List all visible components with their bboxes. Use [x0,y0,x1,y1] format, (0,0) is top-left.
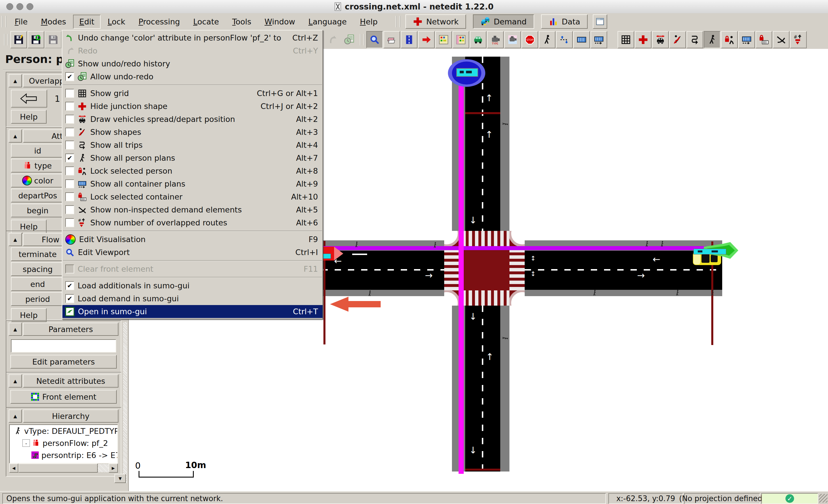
junction-center[interactable] [459,246,509,290]
show-all-person-plans-checkbox[interactable]: ✔ [65,154,74,162]
file-save-additionals-button[interactable] [28,31,44,48]
menu-item-load-demand[interactable]: ✔Load demand in sumo-gui [63,292,323,305]
menu-item-open-in-sumo[interactable]: Open in sumo-guiCtrl+T [63,305,323,318]
mode-delete-mode-button[interactable] [383,31,400,48]
menubar-item-tools[interactable]: Tools [226,15,258,29]
show-grid-checkbox[interactable] [65,89,74,98]
open-in-sumo-shortcut: Ctrl+T [293,307,318,316]
view-show-grid-button[interactable] [618,31,634,48]
menu-item-show-non-inspected[interactable]: Show non-inspected demand elementsAlt+5 [63,203,323,216]
menu-item-edit-visualisation[interactable]: Edit VisualisationF9 [63,233,323,246]
allow-undo-redo-checkbox[interactable]: ✔ [65,72,74,81]
menu-item-load-additionals[interactable]: ✔Load additionals in sumo-gui [63,279,323,292]
view-lock-selected-container-button[interactable] [755,31,772,48]
view-lock-selected-person-button[interactable] [721,31,738,48]
mode-container-plan-mode-button[interactable] [590,31,607,48]
view-draw-vehicles-spread-button[interactable] [652,31,669,48]
toolbar-grip[interactable] [4,34,9,45]
crosswalk-east[interactable] [509,246,525,290]
show-non-inspected-checkbox[interactable] [65,205,74,214]
supermode-demand-button[interactable]: Demand [473,14,534,29]
supermode-grip[interactable] [396,16,400,27]
view-show-all-container-plans-button[interactable] [738,31,755,48]
mode-container-mode-button[interactable] [573,31,590,48]
menu-item-show-all-person-plans[interactable]: ✔Show all person plansAlt+7 [63,152,323,164]
hide-junction-shape-checkbox[interactable] [65,102,74,111]
mode-type-distribution-mode-button[interactable] [504,31,521,48]
show-overlapped-routes-checkbox[interactable] [65,218,74,227]
menu-item-show-all-container-plans[interactable]: Show all container plansAlt+9 [63,177,323,190]
menu-item-undo-redo-history[interactable]: Show undo/redo history [63,57,323,70]
mode-person-plan-mode-button[interactable] [556,31,573,48]
menu-item-allow-undo-redo[interactable]: ✔Allow undo-redo [63,70,323,83]
mode-vehicle-mode-button[interactable] [470,31,487,48]
load-demand-checkbox[interactable]: ✔ [65,294,74,303]
walkingarea-northeast[interactable] [509,231,525,246]
crosswalk-west[interactable] [444,246,459,290]
view-hide-junction-shape-button[interactable] [635,31,652,48]
menu-item-lock-selected-container[interactable]: Lock selected containerAlt+10 [63,190,323,203]
menubar-item-language[interactable]: Language [302,15,353,29]
show-shapes-checkbox[interactable] [65,128,74,136]
lock-selected-person-checkbox[interactable] [65,166,74,175]
menubar-item-help[interactable]: Help [354,15,384,29]
menubar-item-edit[interactable]: Edit [73,15,100,29]
mode-select-mode-button[interactable] [401,31,417,48]
menu-item-clear-front-element[interactable]: Clear front elementF11 [63,262,323,276]
menubar-item-processing[interactable]: Processing [132,15,186,29]
menu-item-hide-junction-shape[interactable]: Hide junction shapeCtrl+J or Alt+2 [63,100,323,113]
menubar-item-window[interactable]: Window [258,15,301,29]
menu-item-draw-vehicles-spread[interactable]: Draw vehicles spread/depart positionAlt+… [63,113,323,126]
view-show-overlapped-routes-button[interactable]: # [790,31,807,48]
menubar-grip[interactable] [2,16,6,27]
mode-type-mode-button[interactable]: TYPE [487,31,504,48]
new-window-button[interactable] [593,14,607,29]
modes-grip[interactable] [360,34,365,45]
show-all-trips-checkbox[interactable] [65,140,74,150]
view-show-all-person-plans-button[interactable] [704,31,720,48]
mode-inspect-mode-button[interactable] [366,31,383,48]
east-road-bottom-sidewalk[interactable] [525,290,722,296]
draw-vehicles-spread-checkbox[interactable] [65,115,74,124]
crosswalk-south[interactable] [459,290,509,306]
view-show-shapes-button[interactable] [669,31,686,48]
menubar-item-file[interactable]: File [8,15,34,29]
person-plan-line-vertical[interactable] [459,69,464,474]
north-road-right-sidewalk[interactable] [500,57,509,231]
lock-selected-container-checkbox[interactable] [65,192,74,201]
mode-move-mode-button[interactable] [418,31,435,48]
menu-item-show-shapes[interactable]: Show shapesAlt+3 [63,126,323,138]
supermode-network-button[interactable]: Network [405,14,466,29]
mode-person-mode-button[interactable] [539,31,555,48]
mode-route-mode-button[interactable] [435,31,452,48]
menu-item-show-overlapped-routes[interactable]: #Show number of overlapped routesAlt+6 [63,216,323,229]
crosswalk-north[interactable] [459,231,509,246]
resize-grip[interactable] [819,494,827,503]
file-save-network-button[interactable] [10,31,27,48]
south-road-right-sidewalk[interactable] [500,306,509,471]
menubar-item-modes[interactable]: Modes [35,15,73,29]
show-all-container-plans-checkbox[interactable] [65,179,74,188]
view-show-non-inspected-button[interactable] [773,31,789,48]
mode-stop-mode-button[interactable]: STOP [522,31,538,48]
menu-item-lock-selected-person[interactable]: Lock selected personAlt+8 [63,164,323,177]
supermode-data-button[interactable]: Data [541,14,588,29]
walkingarea-southeast[interactable] [509,290,525,306]
walkingarea-northwest[interactable] [444,231,459,246]
menu-item-redo[interactable]: RedoCtrl+Y [63,44,323,57]
load-additionals-checkbox[interactable]: ✔ [65,281,74,290]
edit-redo-button[interactable] [324,31,340,48]
menu-item-show-grid[interactable]: Show gridCtrl+G or Alt+1 [63,87,323,100]
walkingarea-southwest[interactable] [444,290,459,306]
menu-item-edit-viewport[interactable]: Edit ViewportCtrl+I [63,246,323,259]
mode-route-distribution-mode-button[interactable] [453,31,469,48]
west-road-bottom-sidewalk[interactable] [322,290,444,296]
edit-undo-redo-history-button[interactable] [341,31,358,48]
view-show-all-trips-button[interactable] [687,31,703,48]
menubar-item-locate[interactable]: Locate [187,15,225,29]
file-save-demand-button[interactable] [45,31,61,48]
menu-item-show-all-trips[interactable]: Show all tripsAlt+4 [63,138,323,152]
menubar-item-lock[interactable]: Lock [101,15,132,29]
clear-front-element-checkbox[interactable] [65,264,74,274]
menu-item-undo[interactable]: Undo change 'color' attribute in personF… [63,31,323,44]
